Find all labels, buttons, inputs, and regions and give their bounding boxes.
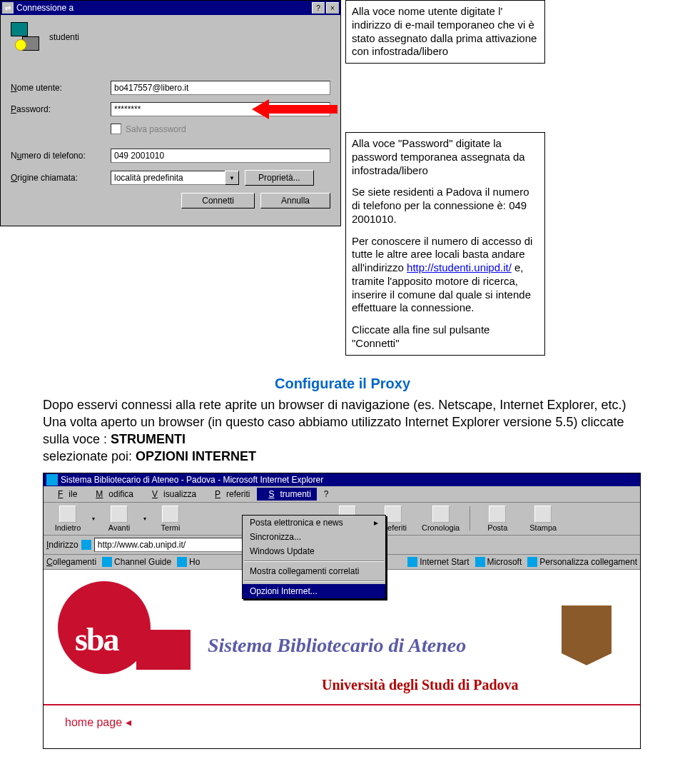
menu-item-related[interactable]: Mostra collegamenti correlati xyxy=(243,564,385,578)
connect-button[interactable]: Connetti xyxy=(181,193,255,208)
menu-favorites[interactable]: Preferiti xyxy=(203,488,255,501)
section-title: Configurate il Proxy xyxy=(43,374,642,393)
menu-file[interactable]: File xyxy=(46,488,83,501)
username-input[interactable] xyxy=(111,81,330,95)
ie-titlebar: Sistema Bibliotecario di Ateneo - Padova… xyxy=(44,473,640,486)
address-input[interactable] xyxy=(94,538,251,552)
help-button[interactable]: ? xyxy=(312,2,325,14)
menu-item-windows-update[interactable]: Windows Update xyxy=(243,544,385,558)
sba-title: Sistema Bibliotecario di Ateneo xyxy=(208,634,466,657)
help-text: Se siete residenti a Padova il numero di… xyxy=(352,186,539,226)
menu-item-internet-options[interactable]: Opzioni Internet... xyxy=(243,584,385,598)
history-button[interactable]: Cronologia xyxy=(417,506,464,532)
save-password-label: Salva password xyxy=(126,124,186,134)
save-password-checkbox[interactable] xyxy=(111,124,121,134)
menu-item-sync[interactable]: Sincronizza... xyxy=(243,530,385,544)
red-arrow-annotation xyxy=(252,104,338,115)
menu-view[interactable]: Visualizza xyxy=(141,488,202,501)
connection-icon xyxy=(11,22,41,52)
keyword-strumenti: STRUMENTI xyxy=(111,432,186,446)
help-text: Cliccate alla fine sul pulsante "Connett… xyxy=(352,323,539,351)
divider xyxy=(44,704,640,705)
menu-edit[interactable]: Modifica xyxy=(84,488,139,501)
origin-dropdown[interactable]: ▼ xyxy=(111,171,239,185)
paragraph: selezionate poi: xyxy=(43,449,136,463)
chevron-down-icon[interactable]: ▼ xyxy=(225,171,239,185)
links-label: Collegamenti xyxy=(46,557,96,567)
menu-help[interactable]: ? xyxy=(318,488,335,501)
help-box-username: Alla voce nome utente digitate l' indiri… xyxy=(345,0,545,64)
password-label: Password: xyxy=(11,104,111,114)
university-crest xyxy=(562,605,612,665)
forward-button[interactable]: Avanti xyxy=(98,506,141,532)
properties-button[interactable]: Proprietà... xyxy=(245,170,314,186)
phone-label: Numero di telefono: xyxy=(11,151,111,161)
username-label: Nome utente: xyxy=(11,83,111,93)
cancel-button[interactable]: Annulla xyxy=(260,193,330,208)
mail-button[interactable]: Posta xyxy=(476,506,519,532)
print-icon xyxy=(534,506,552,523)
phone-input[interactable] xyxy=(111,149,330,163)
dialog-icon: ⇄ xyxy=(2,2,14,14)
profile-name: studenti xyxy=(49,32,79,42)
help-text: Alla voce "Password" digitate la passwor… xyxy=(352,137,539,177)
origin-label: Origine chiamata: xyxy=(11,173,111,183)
dialog-titlebar: ⇄ Connessione a ? × xyxy=(1,1,340,15)
link-microsoft[interactable]: Microsoft xyxy=(475,557,522,567)
university-name: Università degli Studi di Padova xyxy=(322,677,519,693)
close-button[interactable]: × xyxy=(326,2,339,14)
students-link[interactable]: http://studenti.unipd.it/ xyxy=(407,261,512,273)
ie-icon xyxy=(46,474,58,486)
menu-item-mail[interactable]: Posta elettronica e news xyxy=(243,516,385,530)
help-text: Per conoscere il numero di accesso di tu… xyxy=(352,235,539,316)
help-box-password: Alla voce "Password" digitate la passwor… xyxy=(345,132,545,356)
stop-icon xyxy=(162,506,179,523)
tools-menu-popup: Posta elettronica e news Sincronizza... … xyxy=(242,515,386,599)
mail-icon xyxy=(489,506,506,523)
page-icon xyxy=(81,540,91,550)
ie-window: Sistema Bibliotecario di Ateneo - Padova… xyxy=(43,473,641,749)
stop-button[interactable]: Termi xyxy=(149,506,192,532)
menu-tools[interactable]: Strumenti xyxy=(257,488,316,501)
print-button[interactable]: Stampa xyxy=(522,506,564,532)
link-internet-start[interactable]: Internet Start xyxy=(407,557,469,567)
help-column: Alla voce nome utente digitate l' indiri… xyxy=(345,0,545,360)
menubar: File Modifica Visualizza Preferiti Strum… xyxy=(44,486,640,503)
clock-icon xyxy=(432,506,450,523)
link-ho[interactable]: Ho xyxy=(177,557,200,567)
back-icon xyxy=(59,506,76,523)
back-button[interactable]: Indietro xyxy=(46,506,89,532)
dialog-title: Connessione a xyxy=(16,3,73,13)
address-label: Indirizzo xyxy=(46,540,78,550)
connection-dialog: ⇄ Connessione a ? × studenti Nome utente… xyxy=(0,0,341,226)
star-icon xyxy=(385,506,402,523)
sba-logo: sba xyxy=(58,581,151,674)
homepage-link[interactable]: home page xyxy=(65,715,131,729)
forward-icon xyxy=(111,506,128,523)
link-channel-guide[interactable]: Channel Guide xyxy=(102,557,171,567)
ie-title-text: Sistema Bibliotecario di Ateneo - Padova… xyxy=(61,475,323,485)
keyword-opzioni: OPZIONI INTERNET xyxy=(136,449,256,463)
origin-value xyxy=(111,171,225,185)
sba-logo-text: sba xyxy=(75,620,118,658)
link-personalize[interactable]: Personalizza collegament xyxy=(527,557,637,567)
instruction-text: Configurate il Proxy Dopo esservi connes… xyxy=(0,360,685,473)
